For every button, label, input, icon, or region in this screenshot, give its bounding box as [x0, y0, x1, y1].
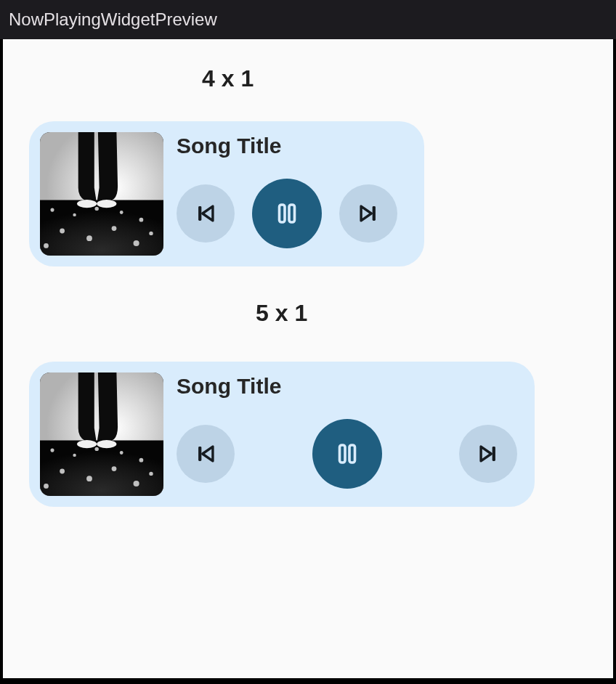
now-playing-widget-5x1: Song Title: [29, 362, 535, 507]
svg-point-3: [73, 213, 76, 216]
svg-point-11: [149, 232, 153, 235]
pause-button[interactable]: [252, 179, 322, 248]
svg-point-23: [94, 447, 98, 451]
widget-right-column: Song Title: [177, 132, 410, 256]
svg-point-13: [77, 200, 97, 208]
pause-button[interactable]: [312, 419, 382, 489]
album-art-icon: [40, 372, 163, 496]
skip-previous-icon: [193, 441, 218, 466]
previous-button[interactable]: [177, 425, 235, 483]
svg-point-32: [77, 440, 97, 448]
titlebar: NowPlayingWidgetPreview: [0, 0, 616, 39]
svg-point-2: [50, 208, 54, 212]
svg-rect-16: [280, 205, 285, 222]
svg-rect-15: [198, 206, 201, 221]
svg-rect-35: [339, 445, 345, 463]
svg-point-22: [73, 454, 76, 457]
svg-rect-34: [198, 447, 201, 461]
svg-point-25: [139, 458, 144, 463]
widget-size-label-4x1: 4 x 1: [202, 65, 587, 92]
widget-size-label-5x1: 5 x 1: [256, 300, 587, 327]
svg-point-5: [120, 211, 123, 214]
album-art-icon: [40, 132, 163, 256]
svg-point-29: [134, 481, 139, 486]
svg-point-14: [97, 200, 116, 208]
svg-point-31: [44, 484, 49, 489]
svg-point-21: [50, 449, 54, 452]
svg-rect-1: [40, 200, 163, 256]
svg-point-28: [112, 466, 117, 471]
song-title: Song Title: [177, 374, 520, 399]
song-title: Song Title: [177, 134, 410, 158]
svg-point-33: [97, 440, 116, 448]
svg-point-26: [60, 469, 65, 474]
skip-previous-icon: [193, 201, 218, 226]
svg-rect-36: [349, 445, 355, 463]
widget-right-column: Song Title: [177, 372, 520, 496]
next-button[interactable]: [459, 425, 517, 483]
skip-next-icon: [356, 201, 381, 226]
playback-controls: [177, 179, 410, 248]
now-playing-widget-4x1: Song Title: [29, 121, 424, 266]
pause-icon: [334, 441, 360, 467]
svg-point-8: [86, 235, 92, 241]
svg-rect-18: [373, 206, 376, 221]
svg-point-12: [44, 243, 49, 248]
svg-rect-17: [289, 205, 295, 222]
next-button[interactable]: [339, 184, 397, 243]
svg-point-9: [112, 226, 117, 231]
svg-point-30: [149, 472, 153, 476]
svg-point-24: [120, 451, 123, 455]
svg-point-27: [86, 476, 92, 481]
svg-point-4: [94, 207, 98, 211]
svg-point-10: [134, 240, 139, 246]
pause-icon: [274, 200, 300, 227]
svg-rect-20: [40, 441, 163, 497]
playback-controls: [177, 419, 520, 489]
svg-rect-37: [493, 447, 495, 461]
svg-point-6: [139, 218, 144, 222]
svg-point-7: [60, 229, 65, 234]
previous-button[interactable]: [177, 184, 235, 243]
titlebar-text: NowPlayingWidgetPreview: [9, 9, 217, 30]
preview-canvas: 4 x 1: [3, 39, 613, 678]
skip-next-icon: [476, 441, 500, 466]
